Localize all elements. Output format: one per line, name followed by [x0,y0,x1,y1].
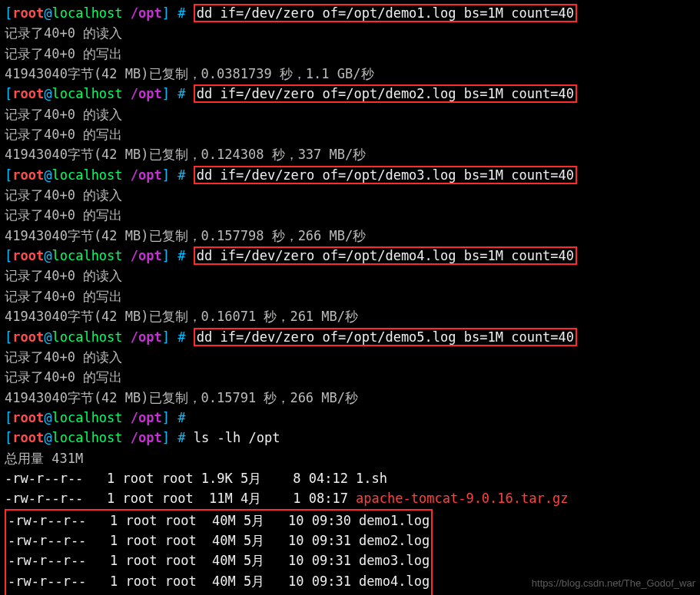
ls-filename: demo3.log [359,553,430,568]
prompt-line: [root@localhost /opt] # dd if=/dev/zero … [5,327,695,347]
ls-row-highlighted: -rw-r--r-- 1 root root 40M 5月 10 09:31 d… [8,591,430,595]
ls-highlight-block: -rw-r--r-- 1 root root 40M 5月 10 09:30 d… [5,509,433,595]
dd-output: 记录了40+0 的读入 [5,185,695,205]
dd-output: 41943040字节(42 MB)已复制，0.15791 秒，266 MB/秒 [5,388,695,408]
ls-filename: demo2.log [359,533,430,548]
dd-command-1: dd if=/dev/zero of=/opt/demo1.log bs=1M … [194,4,577,22]
ls-filename: demo1.log [359,513,430,528]
ls-row-highlighted: -rw-r--r-- 1 root root 40M 5月 10 09:31 d… [8,550,430,570]
dd-output: 41943040字节(42 MB)已复制，0.0381739 秒，1.1 GB/… [5,64,695,84]
ls-row-highlighted: -rw-r--r-- 1 root root 40M 5月 10 09:31 d… [8,531,430,550]
dd-command-3: dd if=/dev/zero of=/opt/demo3.log bs=1M … [194,166,577,184]
ls-filename: 1.sh [356,471,387,486]
prompt-line: [root@localhost /opt] # dd if=/dev/zero … [5,84,695,104]
dd-output: 记录了40+0 的读入 [5,347,695,367]
dd-output: 记录了40+0 的读入 [5,23,695,43]
prompt-line: [root@localhost /opt] # dd if=/dev/zero … [5,3,695,23]
ls-row: -rw-r--r-- 1 root root 11M 4月 1 08:17 ap… [5,488,695,508]
dd-output: 记录了40+0 的写出 [5,44,695,64]
ls-row-highlighted: -rw-r--r-- 1 root root 40M 5月 10 09:31 d… [8,571,430,591]
prompt-line-ls: [root@localhost /opt] # ls -lh /opt [5,428,695,448]
dd-output: 41943040字节(42 MB)已复制，0.16071 秒，261 MB/秒 [5,306,695,326]
prompt-line: [root@localhost /opt] # dd if=/dev/zero … [5,165,695,185]
dd-command-5: dd if=/dev/zero of=/opt/demo5.log bs=1M … [194,328,577,346]
dd-output: 记录了40+0 的读入 [5,104,695,124]
prompt-line-empty: [root@localhost /opt] # [5,408,695,428]
dd-output: 记录了40+0 的写出 [5,286,695,306]
terminal-output[interactable]: [root@localhost /opt] # dd if=/dev/zero … [5,3,695,595]
dd-output: 41943040字节(42 MB)已复制，0.157798 秒，266 MB/秒 [5,226,695,246]
dd-output: 记录了40+0 的写出 [5,367,695,387]
ls-total: 总用量 431M [5,448,695,468]
ls-command: ls -lh /opt [194,430,280,445]
dd-output: 记录了40+0 的写出 [5,124,695,144]
watermark-text: https://blog.csdn.net/The_Godof_war [532,576,695,591]
dd-output: 记录了40+0 的写出 [5,205,695,225]
ls-row-highlighted: -rw-r--r-- 1 root root 40M 5月 10 09:30 d… [8,511,430,531]
dd-output: 记录了40+0 的读入 [5,266,695,286]
dd-command-2: dd if=/dev/zero of=/opt/demo2.log bs=1M … [194,84,577,103]
ls-filename: apache-tomcat-9.0.16.tar.gz [356,491,568,506]
dd-command-4: dd if=/dev/zero of=/opt/demo4.log bs=1M … [194,246,577,265]
dd-output: 41943040字节(42 MB)已复制，0.124308 秒，337 MB/秒 [5,144,695,164]
ls-row: -rw-r--r-- 1 root root 1.9K 5月 8 04:12 1… [5,468,695,488]
ls-filename: demo4.log [359,574,430,589]
prompt-line: [root@localhost /opt] # dd if=/dev/zero … [5,246,695,266]
